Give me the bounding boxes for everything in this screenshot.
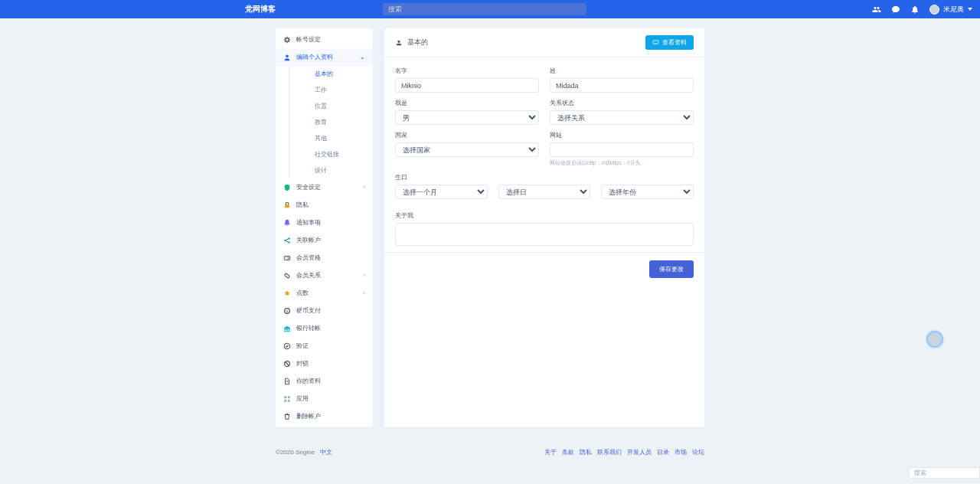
check-icon — [283, 342, 291, 350]
sidebar-item-label: 你的资料 — [296, 377, 321, 385]
sidebar-sub-item[interactable]: 设计 — [311, 162, 373, 178]
sidebar-item[interactable]: 会员关系› — [276, 267, 373, 284]
sidebar-item-label: 验证 — [296, 342, 309, 350]
label-first-name: 名字 — [395, 67, 539, 75]
sidebar-sub-item[interactable]: 其他 — [311, 130, 373, 146]
page: 帐号设定编辑个人资料⌄基本的工作位置教育其他社交链接设计安全设定›隐私通知事项关… — [276, 0, 704, 427]
star-icon — [283, 289, 291, 297]
user-icon — [395, 39, 403, 47]
sidebar-sub-item[interactable]: 位置 — [311, 98, 373, 114]
birth-month-select[interactable]: 选择一个月 — [395, 185, 488, 199]
header-search — [383, 3, 586, 15]
svg-rect-16 — [653, 41, 658, 44]
floating-chat-avatar[interactable] — [926, 331, 943, 348]
label-relationship: 关系状态 — [550, 99, 694, 107]
website-hint: 网站链接必须以http：//或https：//开头 — [550, 159, 694, 167]
language-switch[interactable]: 中文 — [320, 449, 332, 456]
svg-rect-14 — [284, 399, 286, 401]
sidebar-sub-item[interactable]: 基本的 — [311, 66, 373, 82]
country-select[interactable]: 选择国家 — [395, 142, 539, 157]
sidebar-item[interactable]: 会员资格 — [276, 249, 373, 267]
svg-rect-12 — [284, 396, 286, 398]
sidebar-item[interactable]: 安全设定› — [276, 178, 373, 196]
relationship-select[interactable]: 选择关系 — [550, 110, 694, 125]
search-input[interactable] — [383, 3, 586, 15]
gender-select[interactable]: 男 — [395, 110, 539, 125]
footer-link[interactable]: 条款 — [562, 449, 574, 456]
svg-point-7 — [286, 257, 287, 258]
user-menu[interactable]: 米尼奥 — [929, 5, 972, 15]
sidebar-item-label: 安全设定 — [296, 183, 321, 191]
sidebar-item-label: 应用 — [296, 394, 309, 403]
svg-text:$: $ — [286, 309, 289, 312]
messages-icon[interactable] — [891, 5, 900, 14]
sidebar-sub-item[interactable]: 社交链接 — [311, 146, 373, 162]
about-textarea[interactable] — [395, 223, 694, 246]
notifications-icon[interactable] — [910, 5, 920, 14]
footer-link[interactable]: 目录 — [657, 449, 669, 456]
footer-link[interactable]: 隐私 — [580, 449, 592, 456]
sidebar-item[interactable]: $硬币支付 — [276, 302, 373, 319]
monitor-icon — [652, 40, 659, 45]
svg-rect-6 — [284, 256, 290, 260]
sidebar-item[interactable]: 编辑个人资料⌄ — [276, 48, 373, 66]
bank-icon — [283, 325, 291, 332]
panel-body: 名字 姓 我是 男 关系状态 选择关系 — [384, 57, 704, 252]
sidebar-item-label: 会员关系 — [296, 271, 321, 280]
sidebar-item[interactable]: 删除帐户 — [276, 407, 373, 425]
sidebar-item[interactable]: 银行转帐 — [276, 319, 373, 337]
sidebar-item[interactable]: 关联帐户 — [276, 231, 373, 249]
footer-link[interactable]: 市场 — [675, 449, 687, 456]
sidebar-item-label: 点数 — [296, 289, 309, 297]
sidebar-item[interactable]: 点数› — [276, 284, 373, 302]
sidebar-item[interactable]: 验证 — [276, 337, 373, 355]
sidebar-item[interactable]: 通知事项 — [276, 214, 373, 231]
website-input[interactable] — [550, 142, 694, 157]
avatar-icon — [929, 5, 939, 15]
svg-rect-13 — [288, 396, 290, 398]
birth-day-select[interactable]: 选择日 — [498, 185, 591, 199]
footer-link[interactable]: 关于 — [544, 449, 557, 456]
sidebar-item-label: 隐私 — [296, 201, 309, 209]
svg-point-1 — [286, 54, 289, 57]
label-last-name: 姓 — [550, 67, 694, 75]
ban-icon — [283, 360, 291, 368]
last-name-input[interactable] — [550, 78, 694, 93]
footer-link[interactable]: 开发人员 — [627, 449, 652, 456]
label-birthday: 生日 — [395, 173, 694, 182]
view-profile-button[interactable]: 查看资料 — [645, 35, 694, 50]
sidebar-item[interactable]: 你的资料 — [276, 372, 373, 390]
chevron-icon: › — [363, 184, 365, 191]
footer-link[interactable]: 论坛 — [692, 449, 704, 456]
doc-icon — [283, 378, 291, 385]
save-button[interactable]: 保存更改 — [649, 260, 694, 278]
sidebar-sub-item[interactable]: 工作 — [311, 82, 373, 98]
sidebar-item[interactable]: 应用 — [276, 390, 373, 407]
settings-sidebar: 帐号设定编辑个人资料⌄基本的工作位置教育其他社交链接设计安全设定›隐私通知事项关… — [276, 28, 373, 427]
sidebar-sub-item[interactable]: 教育 — [311, 114, 373, 130]
footer-left: ©2020 Sngine 中文 — [276, 448, 332, 456]
footer-links: 关于条款隐私联系我们开发人员目录市场论坛 — [539, 448, 704, 456]
bottom-search-bar[interactable]: 搜索 — [909, 467, 980, 469]
brand-logo[interactable]: 党网博客 — [245, 4, 276, 15]
birth-year-select[interactable]: 选择年份 — [601, 185, 694, 199]
lock-icon — [283, 201, 291, 209]
sidebar-item-label: 会员资格 — [296, 253, 321, 262]
shield-icon — [283, 184, 291, 191]
user-icon — [283, 54, 291, 61]
sidebar-item[interactable]: 帐号设定 — [276, 31, 373, 48]
copyright: ©2020 Sngine — [276, 449, 315, 456]
sidebar-item[interactable]: 封锁 — [276, 355, 373, 372]
sidebar-item[interactable]: 隐私 — [276, 196, 373, 214]
panel-header: 基本的 查看资料 — [384, 28, 704, 57]
panel-title: 基本的 — [395, 38, 428, 47]
label-about: 关于我 — [395, 211, 694, 220]
gear-icon — [283, 36, 291, 44]
sidebar-item-label: 银行转帐 — [296, 324, 321, 332]
header: 党网博客 米尼奥 — [0, 0, 980, 18]
first-name-input[interactable] — [395, 78, 539, 93]
footer-link[interactable]: 联系我们 — [597, 449, 622, 456]
trash-icon — [283, 413, 291, 420]
label-iam: 我是 — [395, 99, 539, 107]
friend-requests-icon[interactable] — [872, 5, 881, 14]
